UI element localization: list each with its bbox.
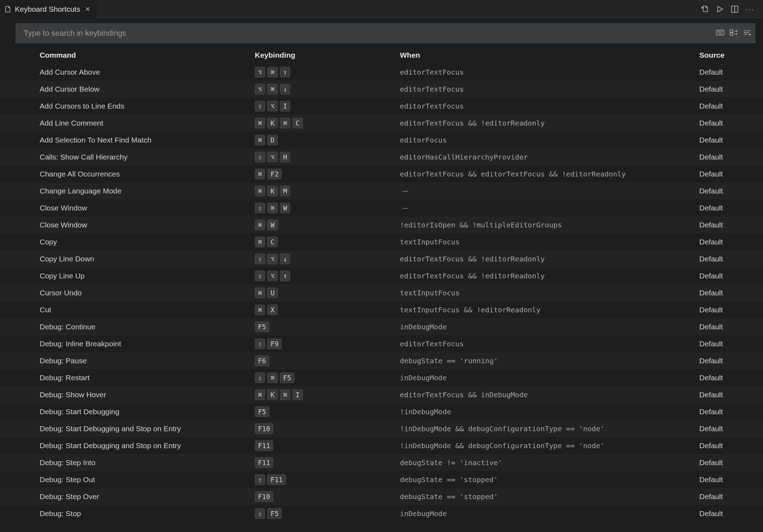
table-row[interactable]: Add Cursor Above⌥⌘↑editorTextFocusDefaul… (0, 64, 763, 81)
table-row[interactable]: Calls: Show Call Hierarchy⇧⌥HeditorHasCa… (0, 149, 763, 166)
table-row[interactable]: Add Cursors to Line Ends⇧⌥IeditorTextFoc… (0, 98, 763, 115)
when-cell: !inDebugMode && debugConfigurationType =… (400, 441, 699, 450)
when-cell: editorTextFocus && !editorReadonly (400, 272, 699, 280)
key-cap: F6 (255, 355, 269, 366)
source-cell: Default (699, 424, 763, 433)
command-cell: Debug: Step Out (0, 475, 255, 484)
header-source[interactable]: Source (699, 51, 763, 59)
key-cap: F10 (255, 423, 273, 434)
table-row[interactable]: Debug: PauseF6debugState == 'running'Def… (0, 352, 763, 369)
split-editor-icon[interactable] (730, 5, 739, 13)
close-icon[interactable]: ✕ (84, 5, 92, 13)
play-icon[interactable] (716, 5, 724, 13)
source-cell: Default (699, 136, 763, 144)
table-row[interactable]: Debug: Step IntoF11debugState != 'inacti… (0, 454, 763, 471)
table-header: Command Keybinding When Source (0, 47, 763, 64)
more-actions-icon[interactable]: ··· (745, 5, 755, 13)
command-cell: Debug: Start Debugging and Stop on Entry (0, 441, 255, 450)
key-cap: H (280, 152, 290, 162)
header-keybinding[interactable]: Keybinding (255, 51, 400, 59)
key-cap: U (267, 288, 277, 298)
search-input[interactable] (24, 29, 716, 38)
source-cell: Default (699, 68, 763, 76)
keybindings-list[interactable]: Add Cursor Above⌥⌘↑editorTextFocusDefaul… (0, 64, 763, 532)
command-cell: Debug: Show Hover (0, 391, 255, 399)
when-cell: debugState == 'stopped' (400, 492, 699, 501)
table-row[interactable]: Add Selection To Next Find Match⌘Deditor… (0, 132, 763, 149)
table-row[interactable]: Debug: Step OverF10debugState == 'stoppe… (0, 488, 763, 505)
keybinding-cell: ⇧⌥↓ (255, 254, 400, 264)
table-row[interactable]: Close Window⇧⌘W—Default (0, 200, 763, 216)
table-row[interactable]: Debug: ContinueF5inDebugModeDefault (0, 318, 763, 335)
source-cell: Default (699, 170, 763, 178)
key-cap: C (267, 237, 277, 247)
when-cell: inDebugMode (400, 374, 699, 382)
table-row[interactable]: Change All Occurrences⌘F2editorTextFocus… (0, 166, 763, 183)
keybinding-cell: ⇧⌘F5 (255, 372, 400, 383)
table-row[interactable]: Debug: Step Out⇧F11debugState == 'stoppe… (0, 471, 763, 488)
when-cell: !editorIsOpen && !multipleEditorGroups (400, 221, 699, 229)
source-cell: Default (699, 340, 763, 348)
key-cap: ⇧ (255, 508, 265, 519)
source-cell: Default (699, 323, 763, 331)
keybinding-cell: F5 (255, 406, 400, 417)
command-cell: Add Cursors to Line Ends (0, 102, 255, 110)
command-cell: Add Selection To Next Find Match (0, 136, 255, 144)
search-box[interactable] (16, 23, 755, 43)
key-cap: X (267, 305, 277, 315)
key-cap: F10 (255, 491, 273, 502)
table-row[interactable]: Debug: Start Debugging and Stop on Entry… (0, 437, 763, 454)
sort-icon[interactable] (729, 29, 738, 38)
command-cell: Debug: Step Into (0, 458, 255, 467)
table-row[interactable]: Cursor Undo⌘UtextInputFocusDefault (0, 284, 763, 301)
clear-filter-icon[interactable] (743, 29, 751, 38)
source-cell: Default (699, 458, 763, 467)
source-cell: Default (699, 102, 763, 110)
source-cell: Default (699, 509, 763, 518)
table-row[interactable]: Copy⌘CtextInputFocusDefault (0, 233, 763, 250)
when-cell: — (400, 203, 699, 213)
table-row[interactable]: Debug: Inline Breakpoint⇧F9editorTextFoc… (0, 335, 763, 352)
header-when[interactable]: When (400, 51, 699, 59)
record-keys-icon[interactable] (716, 29, 724, 38)
source-cell: Default (699, 289, 763, 297)
keybinding-cell: ⌘C (255, 237, 400, 247)
open-file-icon[interactable] (701, 5, 709, 13)
keybinding-cell: ⇧F11 (255, 474, 400, 485)
source-cell: Default (699, 119, 763, 127)
command-cell: Change Language Mode (0, 187, 255, 195)
editor-actions: ··· (701, 0, 763, 18)
when-cell: textInputFocus (400, 238, 699, 246)
when-cell: inDebugMode (400, 323, 699, 331)
key-cap: ⌥ (267, 101, 277, 111)
keybinding-cell: ⌘X (255, 305, 400, 315)
table-row[interactable]: Debug: Start Debugging and Stop on Entry… (0, 420, 763, 437)
table-row[interactable]: Add Line Comment⌘K⌘CeditorTextFocus && !… (0, 115, 763, 132)
table-row[interactable]: Close Window⌘W!editorIsOpen && !multiple… (0, 216, 763, 233)
key-cap: ⌘ (255, 135, 265, 145)
table-row[interactable]: Debug: Start DebuggingF5!inDebugModeDefa… (0, 403, 763, 420)
key-cap: W (267, 220, 277, 230)
key-cap: F9 (267, 339, 282, 349)
table-row[interactable]: Change Language Mode⌘KM—Default (0, 183, 763, 200)
key-cap: K (267, 118, 277, 128)
table-row[interactable]: Debug: Restart⇧⌘F5inDebugModeDefault (0, 369, 763, 386)
keybinding-cell: ⇧F5 (255, 508, 400, 519)
command-cell: Close Window (0, 221, 255, 229)
table-row[interactable]: Copy Line Up⇧⌥↑editorTextFocus && !edito… (0, 267, 763, 284)
command-cell: Debug: Continue (0, 323, 255, 331)
svg-point-3 (718, 31, 718, 32)
table-row[interactable]: Debug: Stop⇧F5inDebugModeDefault (0, 505, 763, 522)
tab-keyboard-shortcuts[interactable]: Keyboard Shortcuts ✕ (0, 0, 97, 18)
when-cell: debugState != 'inactive' (400, 458, 699, 467)
source-cell: Default (699, 492, 763, 501)
table-row[interactable]: Cut⌘XtextInputFocus && !editorReadonlyDe… (0, 301, 763, 318)
when-cell: editorTextFocus (400, 340, 699, 348)
key-cap: ⇧ (255, 372, 265, 383)
table-row[interactable]: Add Cursor Below⌥⌘↓editorTextFocusDefaul… (0, 81, 763, 98)
header-command[interactable]: Command (0, 51, 255, 59)
when-cell: textInputFocus (400, 289, 699, 297)
keybinding-cell: F11 (255, 457, 400, 468)
table-row[interactable]: Copy Line Down⇧⌥↓editorTextFocus && !edi… (0, 250, 763, 267)
table-row[interactable]: Debug: Show Hover⌘K⌘IeditorTextFocus && … (0, 386, 763, 403)
